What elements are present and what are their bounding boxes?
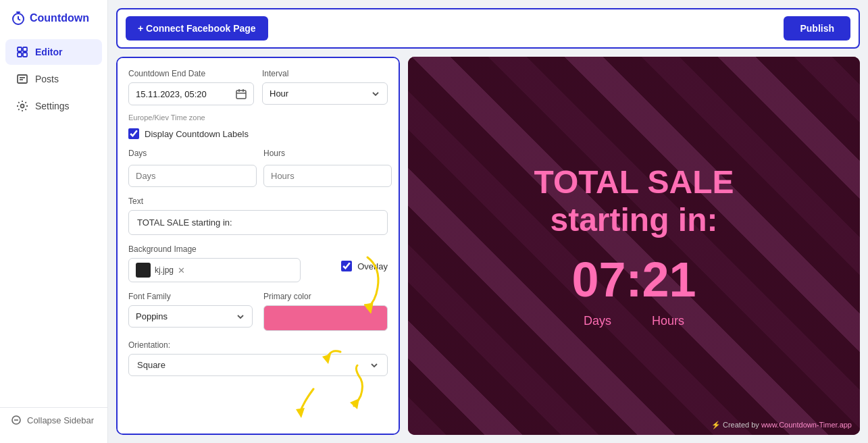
text-input[interactable] (128, 210, 388, 235)
bg-file-tag: kj.jpg ✕ (128, 258, 301, 282)
interval-label: Interval (262, 69, 388, 78)
orientation-label: Orientation: (128, 340, 388, 350)
preview-timer-labels: Days Hours (584, 314, 684, 328)
sidebar-item-settings[interactable]: Settings (5, 93, 102, 119)
svg-rect-2 (23, 47, 27, 51)
font-color-row: Font Family Poppins Primary color (128, 292, 388, 331)
sidebar-posts-label: Posts (35, 74, 59, 84)
svg-marker-16 (296, 408, 305, 418)
main-area: + Connect Facebook Page Publish Countdow… (108, 0, 868, 443)
bg-section: Background Image kj.jpg ✕ Overlay (128, 244, 388, 282)
sidebar-item-posts[interactable]: Posts (5, 66, 102, 92)
days-label: Days (128, 149, 257, 158)
bg-image-label: Background Image (128, 244, 301, 254)
hours-input[interactable] (263, 165, 392, 187)
connect-label: + Connect Facebook Page (138, 23, 256, 34)
svg-rect-11 (236, 90, 246, 99)
app-logo: Countdown (0, 11, 107, 39)
time-labels-row: Days Hours Minutes (128, 149, 388, 187)
overlay-label: Overlay (357, 261, 388, 271)
app-name: Countdown (30, 12, 89, 24)
content-row: Countdown End Date 15.11.2023, 05:20 Int… (108, 49, 868, 443)
collapse-sidebar-button[interactable]: Collapse Sidebar (0, 407, 107, 432)
sidebar: Countdown Editor Posts Setti (0, 0, 108, 443)
sidebar-settings-label: Settings (35, 101, 70, 111)
date-interval-row: Countdown End Date 15.11.2023, 05:20 Int… (128, 69, 388, 105)
text-label: Text (128, 197, 388, 206)
footer-lightning: ⚡ (711, 421, 721, 429)
file-thumbnail (136, 263, 151, 278)
preview-title-line1: TOTAL SALE (534, 164, 734, 200)
preview-content: TOTAL SALE starting in: 07:21 Days Hours (408, 57, 860, 435)
sidebar-editor-label: Editor (35, 47, 62, 57)
overlay-checkbox[interactable] (341, 261, 352, 271)
connect-facebook-button[interactable]: + Connect Facebook Page (126, 16, 268, 41)
sidebar-item-editor[interactable]: Editor (5, 39, 102, 65)
timezone-text: Europe/Kiev Time zone (128, 113, 388, 122)
editor-panel: Countdown End Date 15.11.2023, 05:20 Int… (116, 57, 400, 435)
preview-timer: 07:21 (571, 252, 696, 307)
preview-title: TOTAL SALE starting in: (534, 163, 734, 238)
overlay-group: Overlay (341, 261, 388, 271)
end-date-label: Countdown End Date (128, 69, 254, 78)
settings-icon (16, 100, 28, 112)
minutes-label: Minutes (399, 149, 400, 158)
hours-label: Hours (263, 149, 392, 158)
calendar-icon (236, 88, 247, 99)
svg-point-8 (21, 105, 24, 108)
chevron-down-icon (371, 89, 380, 99)
topbar: + Connect Facebook Page Publish (116, 8, 860, 49)
primary-color-group: Primary color (263, 292, 388, 331)
interval-select[interactable]: Hour (262, 82, 388, 105)
primary-color-label: Primary color (263, 292, 388, 301)
days-input[interactable] (128, 165, 257, 187)
primary-color-swatch[interactable] (263, 305, 388, 331)
bg-image-group: Background Image kj.jpg ✕ (128, 244, 301, 282)
svg-rect-3 (18, 53, 22, 57)
font-family-value: Poppins (136, 311, 168, 321)
orientation-chevron-icon (369, 361, 379, 370)
interval-value: Hour (270, 88, 288, 99)
publish-button[interactable]: Publish (784, 16, 850, 41)
font-family-label: Font Family (128, 292, 253, 301)
collapse-label: Collapse Sidebar (27, 415, 94, 425)
font-family-group: Font Family Poppins (128, 292, 253, 331)
footer-text: Created by (723, 421, 759, 429)
font-family-select[interactable]: Poppins (128, 305, 253, 328)
svg-rect-1 (18, 47, 22, 51)
svg-rect-4 (23, 53, 27, 57)
display-labels-label: Display Countdown Labels (145, 129, 249, 139)
svg-rect-5 (18, 75, 27, 83)
orientation-select[interactable]: Square (128, 354, 388, 376)
end-date-group: Countdown End Date 15.11.2023, 05:20 (128, 69, 254, 105)
orientation-value: Square (137, 360, 165, 370)
text-section: Text (128, 197, 388, 235)
preview-title-line2: starting in: (550, 202, 717, 238)
interval-group: Interval Hour (262, 69, 388, 105)
end-date-input[interactable]: 15.11.2023, 05:20 (128, 82, 254, 105)
display-labels-row: Display Countdown Labels (128, 128, 388, 139)
orientation-section: Orientation: Square (128, 340, 388, 376)
end-date-value: 15.11.2023, 05:20 (136, 89, 207, 99)
file-name: kj.jpg (155, 265, 174, 275)
remove-file-button[interactable]: ✕ (178, 265, 185, 276)
preview-footer: ⚡ Created by www.Countdown-Timer.app (711, 421, 852, 429)
preview-panel: TOTAL SALE starting in: 07:21 Days Hours… (408, 57, 860, 435)
collapse-icon (11, 415, 22, 425)
svg-marker-17 (350, 398, 359, 409)
preview-label-hours: Hours (652, 314, 684, 328)
editor-icon (16, 46, 28, 58)
minutes-input[interactable] (399, 165, 400, 187)
display-labels-checkbox[interactable] (128, 128, 139, 139)
preview-label-days: Days (584, 314, 611, 328)
font-chevron-icon (236, 312, 245, 321)
countdown-logo-icon (11, 11, 26, 26)
publish-label: Publish (800, 23, 834, 34)
sidebar-nav: Editor Posts Settings (0, 39, 107, 407)
footer-url[interactable]: www.Countdown-Timer.app (761, 421, 852, 429)
posts-icon (16, 73, 28, 85)
